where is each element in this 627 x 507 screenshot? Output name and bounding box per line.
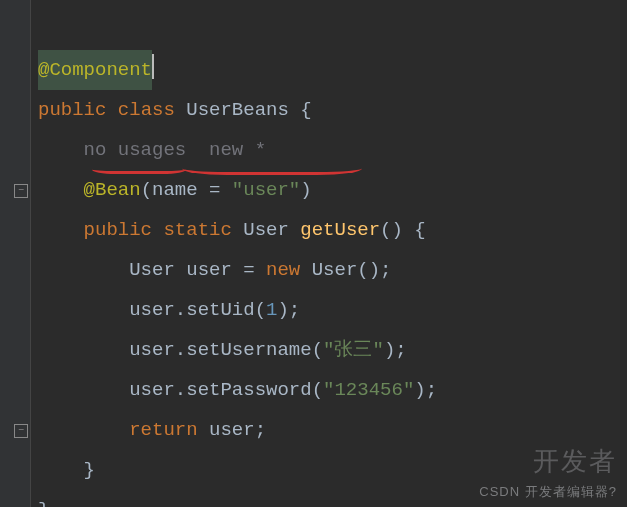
semicolon: ; (255, 419, 266, 441)
call-setpassword: user.setPassword( (129, 379, 323, 401)
annotation-component: @Component (38, 59, 152, 81)
ctor-type: User (312, 259, 358, 281)
paren-close: ) (300, 179, 311, 201)
uid-value: 1 (266, 299, 277, 321)
keyword-public: public (38, 99, 106, 121)
class-name: UserBeans (186, 99, 289, 121)
password-value: "123456" (323, 379, 414, 401)
keyword-new: new (266, 259, 300, 281)
local-var: user (186, 259, 232, 281)
annotation-underline-icon (92, 165, 186, 174)
fold-handle-icon[interactable]: − (14, 184, 28, 198)
empty-parens: () (380, 219, 403, 241)
brace-open: { (414, 219, 425, 241)
keyword-static: static (163, 219, 231, 241)
call-setuid: user.setUid( (129, 299, 266, 321)
fold-handle-icon[interactable]: − (14, 424, 28, 438)
watermark-logo: 开发者 (533, 444, 617, 479)
inlay-hint-usages: no usages (84, 139, 187, 161)
keyword-return: return (129, 419, 197, 441)
username-value: "张三" (323, 339, 384, 361)
close-call: ); (384, 339, 407, 361)
brace-close: } (84, 459, 95, 481)
paren-open: ( (141, 179, 152, 201)
close-call: ); (414, 379, 437, 401)
text-caret-icon (152, 54, 154, 79)
brace-open: { (300, 99, 311, 121)
close-call: ); (277, 299, 300, 321)
return-type: User (243, 219, 289, 241)
assign: = (232, 259, 266, 281)
brace-close: } (38, 499, 49, 507)
keyword-class: class (118, 99, 175, 121)
editor-gutter: − − (0, 0, 31, 507)
keyword-public: public (84, 219, 152, 241)
annotation-underline-icon (182, 162, 362, 175)
code-editor-area[interactable]: @Component public class UserBeans { no u… (38, 10, 437, 507)
method-name: getUser (300, 219, 380, 241)
watermark-text: CSDN 开发者编辑器? (479, 483, 617, 501)
annotation-bean: @Bean (84, 179, 141, 201)
local-type: User (129, 259, 175, 281)
equals: = (198, 179, 232, 201)
ctor-parens: () (357, 259, 380, 281)
semicolon: ; (380, 259, 391, 281)
inlay-hint-new: new * (209, 139, 266, 161)
call-setusername: user.setUsername( (129, 339, 323, 361)
return-var: user (209, 419, 255, 441)
bean-name-value: "user" (232, 179, 300, 201)
attr-name: name (152, 179, 198, 201)
